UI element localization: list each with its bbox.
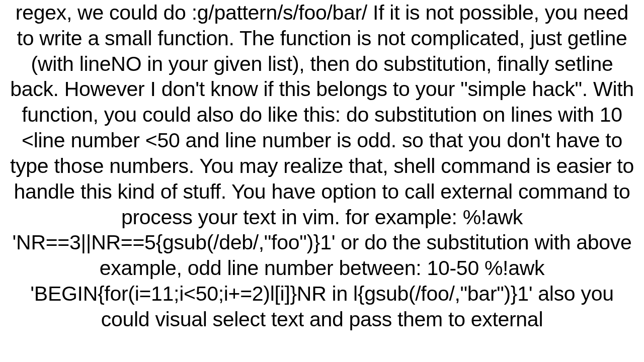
document-text: regex, we could do :g/pattern/s/foo/bar/… [0,0,644,332]
